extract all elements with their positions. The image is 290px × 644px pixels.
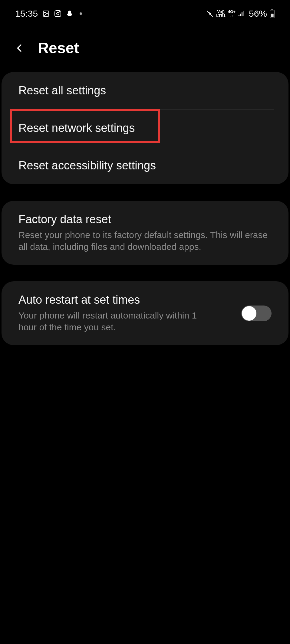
toggle-knob [242,306,256,321]
back-button[interactable] [14,42,26,54]
svg-rect-8 [243,11,244,16]
page-title: Reset [38,39,79,57]
net-bot: ↓↑ [230,14,234,18]
factory-data-reset-item[interactable]: Factory data reset Reset your phone to i… [2,201,288,265]
reset-network-settings-label: Reset network settings [18,122,272,135]
volte-bot: LTE1 [216,14,226,18]
svg-point-1 [44,12,45,13]
status-bar-left: 15:35 [15,8,82,19]
snapchat-icon [66,10,73,17]
reset-network-settings-item[interactable]: Reset network settings [2,110,288,147]
svg-rect-11 [271,14,273,17]
gallery-icon [42,10,50,17]
svg-rect-5 [239,15,239,16]
toggle-divider [232,301,232,325]
reset-all-settings-item[interactable]: Reset all settings [2,72,288,109]
auto-restart-label: Auto restart at set times [18,293,217,306]
svg-rect-6 [240,14,241,16]
svg-point-4 [59,11,60,12]
instagram-icon [54,10,61,17]
auto-restart-toggle[interactable] [241,306,272,321]
auto-restart-text: Auto restart at set times Your phone wil… [18,293,223,333]
factory-data-reset-desc: Reset your phone to its factory default … [18,229,272,253]
auto-restart-card: Auto restart at set times Your phone wil… [2,281,288,345]
factory-reset-card: Factory data reset Reset your phone to i… [2,201,288,265]
reset-all-settings-label: Reset all settings [18,84,272,97]
mute-icon [206,10,214,18]
reset-options-card: Reset all settings Reset network setting… [2,72,288,184]
auto-restart-desc: Your phone will restart automatically wi… [18,309,217,333]
chevron-left-icon [15,42,25,54]
status-bar: 15:35 [0,0,290,24]
auto-restart-item[interactable]: Auto restart at set times Your phone wil… [2,281,288,345]
signal-icon [238,10,245,17]
battery-percentage: 56% [249,8,267,19]
factory-data-reset-label: Factory data reset [18,213,272,226]
battery-icon [269,9,275,18]
page-header: Reset [0,24,290,72]
volte-icon: Vo)) LTE1 [216,10,226,18]
svg-point-3 [57,12,59,15]
svg-rect-7 [242,12,242,16]
more-notifications-icon [80,12,82,15]
reset-accessibility-settings-item[interactable]: Reset accessibility settings [2,147,288,184]
status-time: 15:35 [15,8,38,19]
reset-accessibility-settings-label: Reset accessibility settings [18,159,272,172]
network-type-icon: 4G+ ↓↑ [228,10,236,18]
status-bar-right: Vo)) LTE1 4G+ ↓↑ 56% [206,8,275,19]
